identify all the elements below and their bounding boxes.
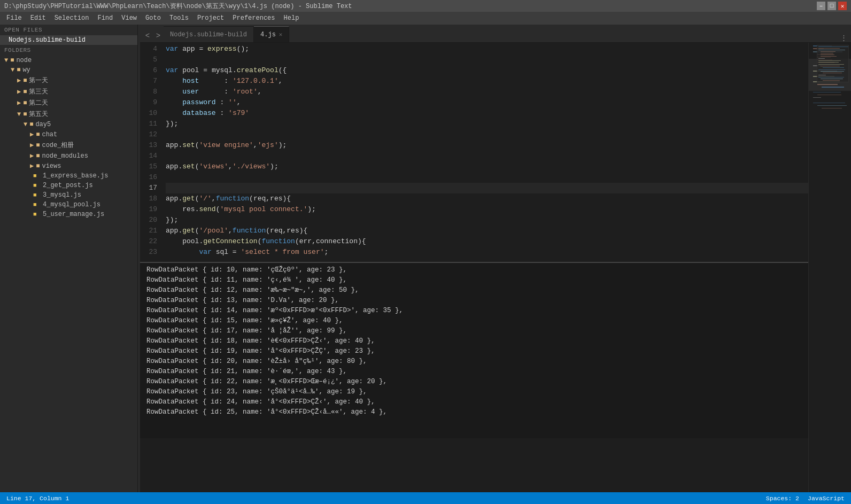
sidebar-folder-code[interactable]: ▶ ■ code_相册	[0, 139, 137, 151]
sidebar-folder-node-modules[interactable]: ▶ ■ node_modules	[0, 151, 137, 161]
sidebar-file-2[interactable]: ■ 2_get_post.js	[0, 181, 137, 190]
sidebar-folder-wy[interactable]: ▼ ■ wy	[0, 65, 137, 75]
sidebar-folder-node-modules-label: node_modules	[42, 152, 88, 160]
tab-4js[interactable]: 4.js ✕	[254, 26, 289, 42]
line-num-15: 15	[140, 161, 157, 172]
tab-4js-close[interactable]: ✕	[279, 31, 283, 38]
sidebar-folder-node-label: node	[16, 57, 32, 64]
sidebar-folder-chat[interactable]: ▶ ■ chat	[0, 129, 137, 139]
svg-rect-31	[818, 64, 844, 65]
menu-help[interactable]: Help	[280, 12, 304, 25]
svg-rect-23	[818, 50, 845, 50]
menu-goto[interactable]: Goto	[141, 12, 165, 25]
sidebar-file-1[interactable]: ■ 1_express_base.js	[0, 171, 137, 181]
line-num-9: 9	[140, 97, 157, 108]
svg-rect-34	[818, 69, 845, 70]
sidebar-folder-day2-label: 第二天	[29, 98, 48, 107]
console-line-3: RowDataPacket { id: 12, name: 'æ‰~æ~"æ~,…	[146, 285, 802, 296]
maximize-button[interactable]: □	[827, 2, 836, 10]
sidebar-folder-node[interactable]: ▼ ■ node	[0, 56, 137, 65]
tab-nodejs-label: Nodejs.sublime-build	[170, 31, 247, 38]
folder-icon-chat: ▶	[30, 130, 34, 138]
tab-nodejs-sublime-build[interactable]: Nodejs.sublime-build	[164, 26, 254, 42]
sidebar-file-4[interactable]: ■ 4_mysql_pool.js	[0, 200, 137, 210]
menu-selection[interactable]: Selection	[50, 12, 94, 25]
sidebar-folder-day1-label: 第一天	[29, 76, 48, 85]
svg-rect-26	[821, 55, 834, 55]
sidebar-tree: ▼ ■ node ▼ ■ wy ▶ ■ 第一天 ▶ ■ 第三天	[0, 56, 137, 492]
tab-nav-next[interactable]: >	[153, 29, 164, 42]
svg-rect-18	[813, 103, 845, 103]
code-line-9: password : '',	[166, 97, 808, 108]
sidebar-folder-day5sub[interactable]: ▼ ■ day5	[0, 120, 137, 129]
line-num-4: 4	[140, 44, 157, 55]
js-file-icon-1: ■	[33, 173, 41, 179]
svg-rect-19	[817, 105, 847, 106]
minimap	[808, 43, 851, 492]
js-file-icon-3: ■	[33, 192, 41, 198]
line-num-5: 5	[140, 55, 157, 65]
menu-edit[interactable]: Edit	[26, 12, 50, 25]
sidebar-folder-views[interactable]: ▶ ■ views	[0, 161, 137, 171]
svg-rect-22	[818, 48, 840, 49]
console-line-13: RowDataPacket { id: 23, name: 'çŠ0å°ä¹<å…	[146, 387, 802, 397]
line-num-13: 13	[140, 140, 157, 151]
line-num-18: 18	[140, 193, 157, 204]
console-line-4: RowDataPacket { id: 13, name: 'D.Va', ag…	[146, 296, 802, 306]
folder-icon-day2: ▶	[17, 99, 21, 107]
open-file-nodejs[interactable]: Nodejs.sublime-build	[0, 35, 137, 45]
editor-main: 4 5 6 7 8 9 10 11 12 13 14 15 16 17	[140, 43, 851, 492]
title-bar: D:\phpStudy\PHPTutorial\WWW\PhpLearn\Tea…	[0, 0, 851, 12]
svg-rect-28	[818, 58, 825, 59]
js-file-icon-2: ■	[33, 182, 41, 189]
close-button[interactable]: ✕	[838, 2, 847, 10]
tab-menu-button[interactable]: ⋮	[838, 34, 849, 42]
tab-nav-prev[interactable]: <	[142, 29, 153, 42]
sidebar-folder-node-icon: ■	[10, 57, 14, 64]
console-line-11: RowDataPacket { id: 21, name: 'è·´éœ,', …	[146, 367, 802, 377]
line-num-7: 7	[140, 76, 157, 87]
js-file-icon-4: ■	[33, 201, 41, 208]
menu-project[interactable]: Project	[193, 12, 228, 25]
line-num-22: 22	[140, 236, 157, 247]
console-line-6: RowDataPacket { id: 15, name: 'æ»ç¥Ž', a…	[146, 316, 802, 326]
status-right: Spaces: 2 JavaScript	[766, 495, 845, 502]
console-line-9: RowDataPacket { id: 19, name: 'å°<0xFFFD…	[146, 346, 802, 356]
code-section: 4 5 6 7 8 9 10 11 12 13 14 15 16 17	[140, 43, 808, 492]
menu-file[interactable]: File	[2, 12, 26, 25]
line-num-23: 23	[140, 247, 157, 258]
status-spaces: Spaces: 2	[766, 495, 799, 502]
menu-find[interactable]: Find	[93, 12, 117, 25]
svg-rect-24	[821, 51, 835, 52]
sidebar-folder-day5-icon: ■	[23, 111, 27, 118]
menu-preferences[interactable]: Preferences	[228, 12, 279, 25]
svg-rect-30	[818, 62, 839, 63]
sidebar-file-5[interactable]: ■ 5_user_manage.js	[0, 210, 137, 219]
code-line-7: host : '127.0.0.1',	[166, 76, 808, 87]
code-line-18: app.get('/',function(req,res){	[166, 193, 808, 204]
code-line-6: var pool = mysql.createPool({	[166, 65, 808, 76]
console-output[interactable]: RowDataPacket { id: 10, name: 'çŒŽç0º', …	[140, 262, 808, 438]
sidebar-folder-day2[interactable]: ▶ ■ 第二天	[0, 97, 137, 108]
console-line-12: RowDataPacket { id: 22, name: 'æ¸<0xFFFD…	[146, 377, 802, 387]
open-file-label: Nodejs.sublime-build	[9, 36, 86, 44]
js-file-icon-5: ■	[33, 211, 41, 218]
sidebar-file-3-label: 3_mysql.js	[43, 191, 81, 199]
sidebar-folder-day3[interactable]: ▶ ■ 第三天	[0, 86, 137, 97]
code-editor[interactable]: 4 5 6 7 8 9 10 11 12 13 14 15 16 17	[140, 43, 808, 262]
main-layout: OPEN FILES Nodejs.sublime-build FOLDERS …	[0, 25, 851, 492]
code-line-15: app.set('views','./views');	[166, 161, 808, 172]
tabs-bar: < > Nodejs.sublime-build 4.js ✕ ⋮	[140, 25, 851, 43]
console-line-1: RowDataPacket { id: 10, name: 'çŒŽç0º', …	[146, 265, 802, 275]
sidebar-folder-day5[interactable]: ▼ ■ 第五天	[0, 108, 137, 120]
svg-rect-21	[818, 46, 848, 47]
sidebar-folder-day1[interactable]: ▶ ■ 第一天	[0, 75, 137, 86]
line-num-16: 16	[140, 172, 157, 183]
minimize-button[interactable]: –	[817, 2, 825, 10]
code-line-16	[166, 172, 808, 183]
sidebar-file-3[interactable]: ■ 3_mysql.js	[0, 190, 137, 200]
menu-tools[interactable]: Tools	[165, 12, 193, 25]
sidebar-file-2-label: 2_get_post.js	[43, 182, 93, 189]
menu-view[interactable]: View	[117, 12, 141, 25]
folder-icon-code: ▶	[30, 141, 34, 149]
